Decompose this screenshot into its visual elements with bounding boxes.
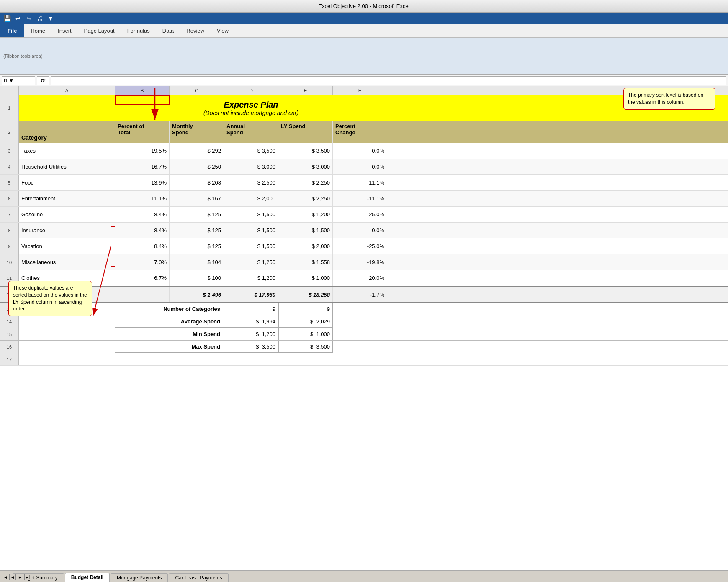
cell-7-e: $ 1,200 bbox=[278, 207, 333, 222]
cell-8-d: $ 1,500 bbox=[224, 223, 278, 238]
cell-9-d: $ 1,500 bbox=[224, 238, 278, 254]
cell-9-b: 8.4% bbox=[115, 238, 170, 254]
data-row-3: 3 Taxes 19.5% $ 292 $ 3,500 $ 3,500 0.0% bbox=[0, 143, 728, 159]
save-button[interactable]: 💾 bbox=[3, 14, 12, 23]
title-row: 1 Expense Plan (Does not include mortgag… bbox=[0, 95, 728, 121]
col-header-b[interactable]: B bbox=[115, 86, 170, 95]
cell-11-d: $ 1,200 bbox=[224, 270, 278, 286]
print-button[interactable]: 🖨 bbox=[35, 14, 44, 23]
header-ly-spend: LY Spend bbox=[278, 121, 333, 143]
row-num-10: 10 bbox=[0, 254, 19, 270]
tab-car-lease-payments[interactable]: Car Lease Payments bbox=[169, 573, 228, 582]
formula-input[interactable] bbox=[51, 76, 726, 85]
cell-4-d: $ 3,000 bbox=[224, 159, 278, 174]
header-percent-change: PercentChange bbox=[333, 121, 387, 143]
cell-5-f: 11.1% bbox=[333, 175, 387, 190]
tab-review[interactable]: Review bbox=[180, 24, 211, 37]
tab-formulas[interactable]: Formulas bbox=[121, 24, 156, 37]
prev-sheet-btn[interactable]: ◄ bbox=[9, 574, 16, 580]
col-header-c[interactable]: C bbox=[170, 86, 224, 95]
row-num-header bbox=[0, 86, 19, 95]
row-num-7: 7 bbox=[0, 207, 19, 222]
undo-button[interactable]: ↩ bbox=[13, 14, 23, 23]
cell-5-a: Food bbox=[19, 175, 115, 190]
title-bar: Excel Objective 2.00 - Microsoft Excel bbox=[0, 0, 728, 13]
col-header-e[interactable]: E bbox=[278, 86, 333, 95]
cell-8-f: 0.0% bbox=[333, 223, 387, 238]
col-header-f[interactable]: F bbox=[333, 86, 387, 95]
cell-10-a: Miscellaneous bbox=[19, 254, 115, 270]
cell-9-e: $ 2,000 bbox=[278, 238, 333, 254]
row-num-8: 8 bbox=[0, 223, 19, 238]
name-box[interactable]: I1 ▼ bbox=[2, 76, 35, 85]
ribbon-tabs: File Home Insert Page Layout Formulas Da… bbox=[0, 24, 728, 38]
dropdown-btn[interactable]: ▼ bbox=[46, 14, 55, 23]
stats-avg-e: $ 2,029 bbox=[278, 315, 333, 328]
cell-5-d: $ 2,500 bbox=[224, 175, 278, 190]
cell-7-b: 8.4% bbox=[115, 207, 170, 222]
stats-min-e: $ 1,000 bbox=[278, 328, 333, 340]
formula-bar: I1 ▼ fx bbox=[0, 75, 728, 86]
sheet-tabs: |◄ ◄ ► ►| Budget Summary Budget Detail M… bbox=[0, 570, 728, 582]
tab-page-layout[interactable]: Page Layout bbox=[78, 24, 121, 37]
cell-3-f: 0.0% bbox=[333, 143, 387, 159]
window-title: Excel Objective 2.00 - Microsoft Excel bbox=[318, 3, 409, 9]
cell-5-e: $ 2,250 bbox=[278, 175, 333, 190]
cell-8-c: $ 125 bbox=[170, 223, 224, 238]
col-header-a[interactable]: A bbox=[19, 86, 115, 95]
redo-button[interactable]: ↪ bbox=[24, 14, 33, 23]
cell-3-e: $ 3,500 bbox=[278, 143, 333, 159]
stats-max-c: $ 3,500 bbox=[224, 341, 278, 353]
row-13-blank: 13 Number of Categories 9 9 bbox=[0, 303, 728, 315]
row-14: 14 Average Spend $ 1,994 $ 2,029 bbox=[0, 315, 728, 328]
cell-1a bbox=[19, 95, 115, 121]
cell-3-d: $ 3,500 bbox=[224, 143, 278, 159]
stats-avg-c: $ 1,994 bbox=[224, 315, 278, 328]
stats-label-min: Min Spend bbox=[115, 328, 224, 340]
totals-annual: $ 17,950 bbox=[224, 287, 278, 302]
stats-min-c: $ 1,200 bbox=[224, 328, 278, 340]
tab-budget-detail[interactable]: Budget Detail bbox=[65, 573, 110, 582]
cell-10-d: $ 1,250 bbox=[224, 254, 278, 270]
spreadsheet-title: Expense Plan bbox=[224, 100, 278, 110]
tab-insert[interactable]: Insert bbox=[51, 24, 78, 37]
data-row-8: 8 Insurance 8.4% $ 125 $ 1,500 $ 1,500 0… bbox=[0, 223, 728, 238]
row-num-9: 9 bbox=[0, 238, 19, 254]
cell-4-e: $ 3,000 bbox=[278, 159, 333, 174]
row-num-6: 6 bbox=[0, 191, 19, 206]
data-row-5: 5 Food 13.9% $ 208 $ 2,500 $ 2,250 11.1% bbox=[0, 175, 728, 191]
col-header-d[interactable]: D bbox=[224, 86, 278, 95]
annotation-bottom-left: These duplicate values are sorted based … bbox=[8, 281, 92, 316]
first-sheet-btn[interactable]: |◄ bbox=[2, 574, 8, 580]
tab-data[interactable]: Data bbox=[156, 24, 180, 37]
cell-11-e: $ 1,000 bbox=[278, 270, 333, 286]
header-monthly-spend: MonthlySpend bbox=[170, 121, 224, 143]
stats-max-e: $ 3,500 bbox=[278, 341, 333, 353]
totals-b bbox=[115, 287, 170, 302]
cell-4-c: $ 250 bbox=[170, 159, 224, 174]
data-row-6: 6 Entertainment 11.1% $ 167 $ 2,000 $ 2,… bbox=[0, 191, 728, 207]
tab-file[interactable]: File bbox=[0, 24, 24, 37]
totals-monthly: $ 1,496 bbox=[170, 287, 224, 302]
tab-view[interactable]: View bbox=[211, 24, 235, 37]
cell-8-a: Insurance bbox=[19, 223, 115, 238]
stats-num-categories-c: 9 bbox=[224, 303, 278, 315]
row-num-1: 1 bbox=[0, 95, 19, 121]
data-row-4: 4 Household Utilities 16.7% $ 250 $ 3,00… bbox=[0, 159, 728, 175]
data-row-11: 11 Clothes 6.7% $ 100 $ 1,200 $ 1,000 20… bbox=[0, 270, 728, 286]
cell-7-d: $ 1,500 bbox=[224, 207, 278, 222]
tab-home[interactable]: Home bbox=[24, 24, 51, 37]
header-row: 2 Category Percent ofTotal MonthlySpend … bbox=[0, 121, 728, 143]
row-16: 16 Max Spend $ 3,500 $ 3,500 bbox=[0, 341, 728, 353]
cell-4-f: 0.0% bbox=[333, 159, 387, 174]
cell-11-c: $ 100 bbox=[170, 270, 224, 286]
last-sheet-btn[interactable]: ►| bbox=[24, 574, 31, 580]
tab-mortgage-payments[interactable]: Mortgage Payments bbox=[111, 573, 168, 582]
cell-6-f: -11.1% bbox=[333, 191, 387, 206]
cell-10-f: -19.8% bbox=[333, 254, 387, 270]
next-sheet-btn[interactable]: ► bbox=[17, 574, 23, 580]
totals-row: 12 Totals $ 1,496 $ 17,950 $ 18,258 -1.7… bbox=[0, 286, 728, 303]
row-num-4: 4 bbox=[0, 159, 19, 174]
cell-3-b: 19.5% bbox=[115, 143, 170, 159]
cell-11-f: 20.0% bbox=[333, 270, 387, 286]
